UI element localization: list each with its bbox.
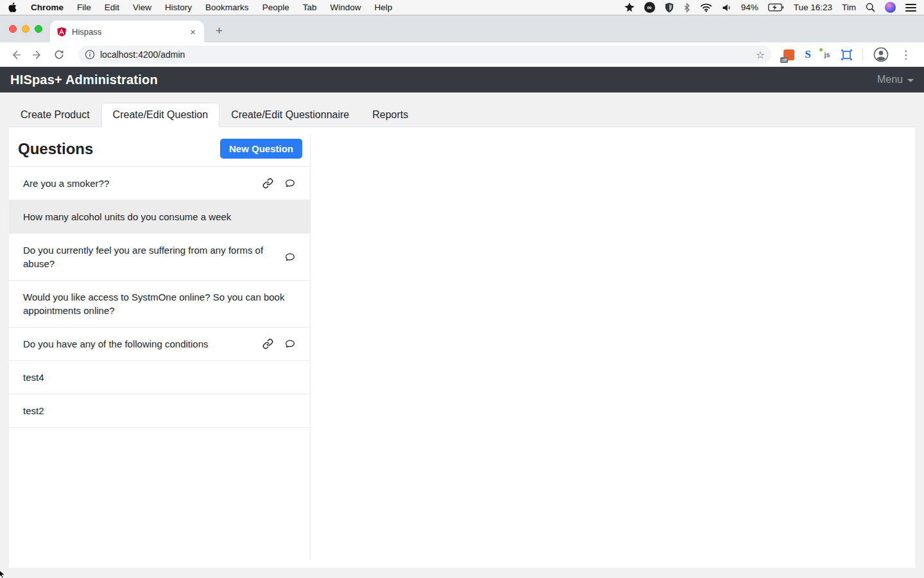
menubar-item-chrome[interactable]: Chrome: [31, 3, 64, 12]
detail-pane-empty: [311, 135, 915, 560]
app-tabs: Create Product Create/Edit Question Crea…: [9, 103, 915, 127]
question-text: Are you a smoker??: [23, 177, 255, 190]
question-text: Do you have any of the following conditi…: [23, 337, 255, 351]
admin-page: Create Product Create/Edit Question Crea…: [0, 92, 924, 568]
bluetooth-icon[interactable]: [683, 3, 690, 13]
menubar-item-edit[interactable]: Edit: [105, 3, 119, 12]
creative-cloud-icon[interactable]: ∞: [644, 2, 655, 13]
question-row[interactable]: test2: [9, 394, 310, 428]
site-info-icon[interactable]: [85, 49, 95, 60]
app-navbar: HISpas+ Administration Menu: [0, 67, 924, 92]
app-title: HISpas+ Administration: [10, 73, 158, 87]
extension-icon-frame[interactable]: [841, 49, 852, 60]
new-question-button[interactable]: New Question: [220, 139, 302, 159]
extension-icon-s[interactable]: S: [802, 49, 814, 60]
questions-panel: Questions New Question Are you a smoker?…: [9, 135, 311, 560]
menubar-item-window[interactable]: Window: [330, 3, 361, 12]
chrome-toolbar: localhost:4200/admin ☆ off S js ⋮: [0, 42, 924, 67]
menubar-item-file[interactable]: File: [77, 3, 91, 12]
tab-content: Questions New Question Are you a smoker?…: [9, 127, 915, 568]
reload-icon[interactable]: [50, 46, 68, 64]
questions-heading: Questions: [18, 140, 93, 158]
question-text: Would you like access to SystmOne online…: [23, 290, 296, 317]
comment-icon[interactable]: [284, 338, 296, 349]
profile-avatar-icon[interactable]: [873, 47, 889, 62]
macos-menubar: Chrome File Edit View History Bookmarks …: [0, 0, 924, 15]
mouse-cursor: [0, 569, 6, 578]
close-window-button[interactable]: [9, 25, 17, 33]
user-menu[interactable]: Tim: [842, 3, 856, 12]
question-row-selected[interactable]: How many alcohol units do you consume a …: [9, 200, 310, 233]
url-input[interactable]: localhost:4200/admin: [100, 49, 756, 60]
extension-icon-js[interactable]: js: [821, 49, 833, 60]
extension-off-badge: off: [780, 57, 788, 64]
menu-dropdown[interactable]: Menu: [877, 74, 914, 85]
question-row[interactable]: Do you have any of the following conditi…: [9, 327, 310, 360]
menubar-item-help[interactable]: Help: [374, 3, 392, 12]
toolbar-separator: [862, 49, 863, 60]
menubar-item-view[interactable]: View: [133, 3, 151, 12]
notification-center-icon[interactable]: [905, 4, 916, 12]
extensions-area: off S js ⋮: [780, 47, 918, 62]
tab-create-edit-question[interactable]: Create/Edit Question: [101, 103, 220, 127]
siri-icon[interactable]: [885, 2, 896, 13]
extension-icon-off[interactable]: off: [783, 49, 794, 60]
volume-icon[interactable]: [722, 3, 732, 12]
minimize-window-button[interactable]: [22, 25, 30, 33]
tab-close-icon[interactable]: ×: [188, 26, 198, 37]
menubar-item-history[interactable]: History: [165, 3, 192, 12]
menubar-item-bookmarks[interactable]: Bookmarks: [205, 3, 249, 12]
new-tab-button[interactable]: +: [212, 23, 227, 38]
back-icon[interactable]: [6, 46, 24, 64]
link-icon[interactable]: [262, 338, 273, 349]
question-row[interactable]: Would you like access to SystmOne online…: [9, 280, 310, 327]
shield-icon[interactable]: [665, 3, 674, 13]
question-text: Do you currently feel you are suffering …: [23, 243, 277, 270]
question-row[interactable]: test4: [9, 360, 310, 394]
apple-menu-icon[interactable]: [8, 2, 17, 13]
tab-title: Hispass: [72, 27, 188, 37]
avast-icon[interactable]: [624, 3, 635, 13]
question-text: test4: [23, 371, 296, 384]
tab-create-edit-questionnaire[interactable]: Create/Edit Questionnaire: [219, 103, 361, 127]
menubar-item-tab[interactable]: Tab: [303, 3, 317, 12]
question-text: How many alcohol units do you consume a …: [23, 210, 296, 223]
chevron-down-icon: [907, 79, 914, 82]
chrome-menu-icon[interactable]: ⋮: [896, 48, 915, 62]
url-bar[interactable]: localhost:4200/admin ☆: [78, 46, 771, 64]
question-row[interactable]: Are you a smoker??: [9, 166, 310, 200]
menu-dropdown-label: Menu: [877, 74, 903, 85]
angular-favicon: [56, 26, 67, 37]
browser-tab[interactable]: Hispass ×: [50, 21, 204, 42]
zoom-window-button[interactable]: [35, 25, 42, 33]
window-controls: [9, 25, 42, 33]
comment-icon[interactable]: [284, 178, 296, 189]
tab-create-product[interactable]: Create Product: [9, 103, 101, 127]
question-row[interactable]: Do you currently feel you are suffering …: [9, 233, 310, 280]
battery-percent[interactable]: 94%: [741, 3, 758, 12]
battery-icon[interactable]: [768, 3, 784, 12]
comment-icon[interactable]: [284, 252, 296, 263]
bookmark-star-icon[interactable]: ☆: [756, 49, 765, 61]
tab-reports[interactable]: Reports: [361, 103, 420, 127]
forward-icon[interactable]: [28, 46, 46, 64]
menubar-item-people[interactable]: People: [262, 3, 289, 12]
clock[interactable]: Tue 16:23: [794, 3, 832, 12]
question-list: Are you a smoker?? How many alcohol unit…: [9, 166, 310, 428]
chrome-tabstrip: Hispass × +: [0, 15, 924, 42]
spotlight-icon[interactable]: [866, 3, 875, 12]
link-icon[interactable]: [262, 178, 273, 189]
wifi-icon[interactable]: [700, 3, 712, 12]
question-text: test2: [23, 404, 296, 417]
